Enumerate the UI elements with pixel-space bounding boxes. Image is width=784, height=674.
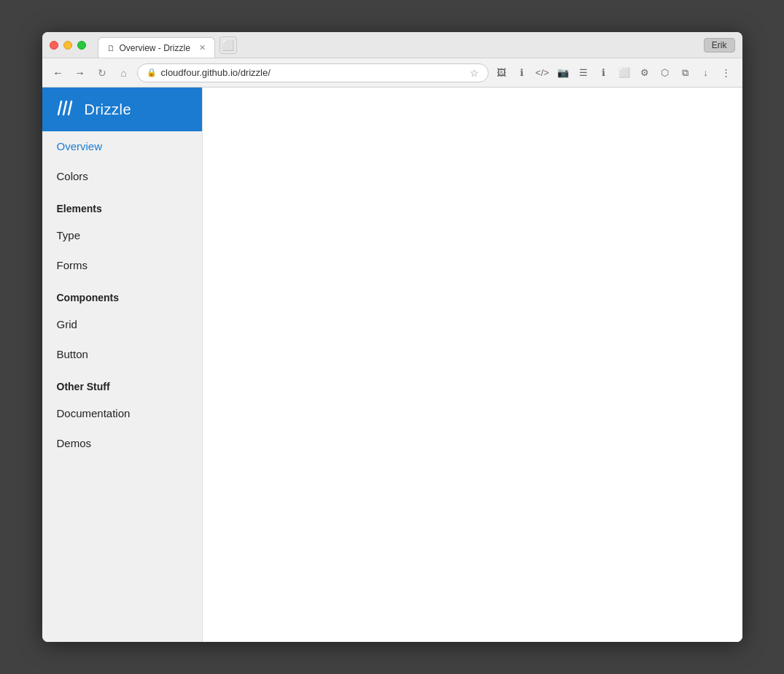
sidebar-header: Drizzle — [42, 88, 202, 131]
tab-bar: 🗋 Overview - Drizzle ✕ ⬜ — [98, 32, 237, 58]
svg-line-2 — [69, 101, 71, 115]
sidebar-item-overview[interactable]: Overview — [42, 131, 202, 161]
sidebar-nav: Overview Colors Elements Type Forms Comp… — [42, 131, 202, 458]
home-button[interactable]: ⌂ — [115, 64, 133, 82]
back-button[interactable]: ← — [50, 64, 67, 82]
sidebar-section-other: Other Stuff — [42, 369, 202, 398]
svg-line-1 — [63, 101, 66, 115]
minimize-button[interactable] — [63, 41, 72, 50]
toolbar-icon-down[interactable]: ↓ — [697, 64, 715, 82]
svg-line-0 — [58, 101, 61, 115]
browser-window: 🗋 Overview - Drizzle ✕ ⬜ Erik ← → ↻ ⌂ 🔒 … — [42, 32, 742, 642]
tab-close-button[interactable]: ✕ — [199, 43, 206, 53]
tab-title: Overview - Drizzle — [120, 43, 190, 53]
toolbar-icon-ext[interactable]: ⬡ — [656, 64, 674, 82]
forward-button[interactable]: → — [71, 64, 89, 82]
sidebar-item-forms[interactable]: Forms — [42, 250, 202, 280]
title-bar: 🗋 Overview - Drizzle ✕ ⬜ Erik — [42, 32, 742, 58]
home-icon: ⌂ — [120, 67, 126, 79]
toolbar-more-button[interactable]: ⋮ — [718, 64, 735, 82]
new-tab-icon: ⬜ — [222, 39, 234, 51]
toolbar-icon-code[interactable]: </> — [534, 64, 551, 82]
reload-icon: ↻ — [98, 67, 106, 79]
sidebar-section-elements: Elements — [42, 191, 202, 220]
tab-page-icon: 🗋 — [107, 44, 115, 53]
sidebar-item-colors[interactable]: Colors — [42, 161, 202, 191]
toolbar-icon-camera[interactable]: 📷 — [554, 64, 572, 82]
bookmark-icon[interactable]: ☆ — [470, 67, 479, 79]
active-tab[interactable]: 🗋 Overview - Drizzle ✕ — [98, 37, 215, 58]
toolbar-icon-1[interactable]: 🖼 — [493, 64, 511, 82]
sidebar-item-type[interactable]: Type — [42, 220, 202, 250]
main-content — [203, 88, 742, 642]
reload-button[interactable]: ↻ — [93, 64, 111, 82]
url-lock-icon: 🔒 — [147, 68, 157, 77]
sidebar-item-button[interactable]: Button — [42, 339, 202, 369]
toolbar-icon-info[interactable]: ℹ — [595, 64, 613, 82]
toolbar-icon-square[interactable]: ⬜ — [616, 64, 633, 82]
sidebar-title: Drizzle — [85, 101, 132, 118]
drizzle-logo-icon — [57, 98, 76, 120]
user-button[interactable]: Erik — [704, 38, 735, 53]
toolbar-icons: 🖼 ℹ </> 📷 ☰ ℹ ⬜ ⚙ ⬡ ⧉ ↓ ⋮ — [493, 64, 735, 82]
forward-icon: → — [75, 67, 85, 79]
maximize-button[interactable] — [77, 41, 86, 50]
url-bar[interactable]: 🔒 cloudfour.github.io/drizzle/ ☆ — [137, 63, 489, 82]
sidebar-item-documentation[interactable]: Documentation — [42, 398, 202, 428]
sidebar: Drizzle Overview Colors Elements Type Fo… — [42, 88, 203, 642]
sidebar-item-demos[interactable]: Demos — [42, 428, 202, 458]
toolbar-icon-split[interactable]: ⧉ — [677, 64, 694, 82]
sidebar-section-components: Components — [42, 280, 202, 309]
sidebar-item-grid[interactable]: Grid — [42, 309, 202, 339]
url-text: cloudfour.github.io/drizzle/ — [161, 67, 465, 78]
close-button[interactable] — [50, 41, 58, 50]
toolbar-icon-2[interactable]: ℹ — [513, 64, 531, 82]
new-tab-button[interactable]: ⬜ — [220, 36, 237, 54]
browser-content: Drizzle Overview Colors Elements Type Fo… — [42, 88, 742, 642]
toolbar-icon-menu[interactable]: ☰ — [575, 64, 592, 82]
traffic-lights — [50, 41, 86, 50]
address-bar: ← → ↻ ⌂ 🔒 cloudfour.github.io/drizzle/ ☆… — [42, 58, 742, 88]
back-icon: ← — [53, 67, 63, 79]
toolbar-icon-gear[interactable]: ⚙ — [636, 64, 653, 82]
